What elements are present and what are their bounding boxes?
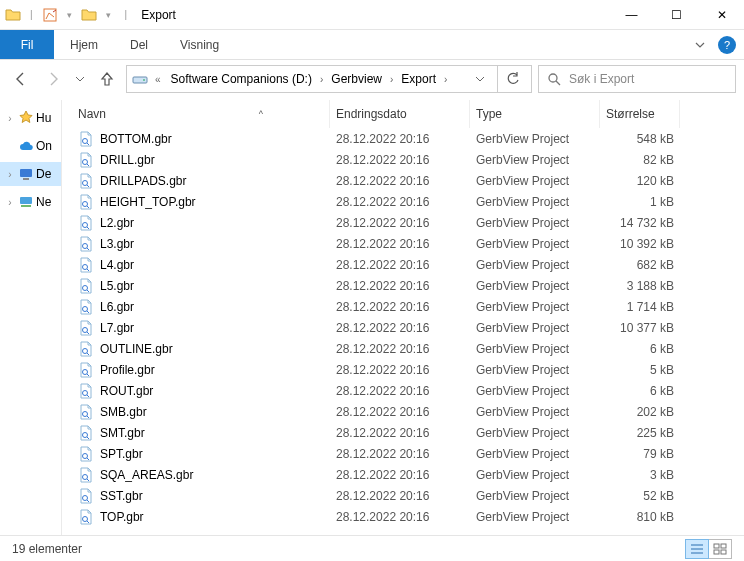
file-row[interactable]: HEIGHT_TOP.gbr28.12.2022 20:16GerbView P… bbox=[62, 191, 744, 212]
navigation-pane[interactable]: ›HuOn›De›Ne bbox=[0, 100, 62, 535]
file-type: GerbView Project bbox=[470, 489, 600, 503]
file-name: DRILL.gbr bbox=[100, 153, 155, 167]
file-icon bbox=[78, 446, 94, 462]
chevron-right-icon[interactable]: › bbox=[440, 74, 451, 85]
nav-item[interactable]: ›Ne bbox=[0, 190, 61, 214]
file-type: GerbView Project bbox=[470, 300, 600, 314]
column-header-type[interactable]: Type bbox=[470, 100, 600, 128]
file-name: SMT.gbr bbox=[100, 426, 145, 440]
maximize-button[interactable]: ☐ bbox=[654, 0, 699, 30]
svg-point-2 bbox=[143, 79, 145, 81]
qat-dropdown-2[interactable]: ▾ bbox=[100, 10, 117, 20]
breadcrumb[interactable]: Export bbox=[397, 72, 440, 86]
svg-rect-53 bbox=[721, 550, 726, 554]
file-icon bbox=[78, 467, 94, 483]
column-headers: Navn ^ Endringsdato Type Størrelse bbox=[62, 100, 744, 128]
properties-icon[interactable] bbox=[41, 6, 59, 24]
thumbnails-view-button[interactable] bbox=[708, 539, 732, 559]
file-row[interactable]: SMB.gbr28.12.2022 20:16GerbView Project2… bbox=[62, 401, 744, 422]
file-date: 28.12.2022 20:16 bbox=[330, 384, 470, 398]
back-button[interactable] bbox=[8, 66, 34, 92]
tab-del[interactable]: Del bbox=[114, 30, 164, 59]
nav-item[interactable]: On bbox=[0, 134, 61, 158]
file-type: GerbView Project bbox=[470, 321, 600, 335]
file-name: OUTLINE.gbr bbox=[100, 342, 173, 356]
details-view-button[interactable] bbox=[685, 539, 709, 559]
expand-caret-icon[interactable]: › bbox=[4, 113, 16, 124]
search-input[interactable] bbox=[569, 72, 727, 86]
file-row[interactable]: SST.gbr28.12.2022 20:16GerbView Project5… bbox=[62, 485, 744, 506]
file-row[interactable]: Profile.gbr28.12.2022 20:16GerbView Proj… bbox=[62, 359, 744, 380]
file-row[interactable]: L2.gbr28.12.2022 20:16GerbView Project14… bbox=[62, 212, 744, 233]
forward-button[interactable] bbox=[40, 66, 66, 92]
nav-item-icon bbox=[18, 138, 34, 154]
column-name-label: Navn bbox=[78, 107, 106, 121]
file-date: 28.12.2022 20:16 bbox=[330, 300, 470, 314]
column-header-size[interactable]: Størrelse bbox=[600, 100, 680, 128]
content-area: ›HuOn›De›Ne Navn ^ Endringsdato Type Stø… bbox=[0, 100, 744, 535]
file-date: 28.12.2022 20:16 bbox=[330, 489, 470, 503]
column-header-date[interactable]: Endringsdato bbox=[330, 100, 470, 128]
file-date: 28.12.2022 20:16 bbox=[330, 342, 470, 356]
breadcrumb-overflow[interactable]: « bbox=[151, 74, 165, 85]
ribbon: Fil HjemDelVisning ? bbox=[0, 30, 744, 60]
file-row[interactable]: L4.gbr28.12.2022 20:16GerbView Project68… bbox=[62, 254, 744, 275]
svg-rect-8 bbox=[21, 205, 31, 207]
tab-file[interactable]: Fil bbox=[0, 30, 54, 59]
chevron-right-icon[interactable]: › bbox=[386, 74, 397, 85]
svg-rect-7 bbox=[20, 197, 32, 204]
search-box[interactable] bbox=[538, 65, 736, 93]
file-list[interactable]: Navn ^ Endringsdato Type Størrelse BOTTO… bbox=[62, 100, 744, 535]
file-row[interactable]: DRILLPADS.gbr28.12.2022 20:16GerbView Pr… bbox=[62, 170, 744, 191]
file-row[interactable]: OUTLINE.gbr28.12.2022 20:16GerbView Proj… bbox=[62, 338, 744, 359]
nav-item-label: Hu bbox=[36, 111, 51, 125]
address-dropdown[interactable] bbox=[465, 74, 495, 84]
close-button[interactable]: ✕ bbox=[699, 0, 744, 30]
tab-visning[interactable]: Visning bbox=[164, 30, 235, 59]
file-row[interactable]: SMT.gbr28.12.2022 20:16GerbView Project2… bbox=[62, 422, 744, 443]
status-bar: 19 elementer bbox=[0, 535, 744, 561]
minimize-button[interactable]: — bbox=[609, 0, 654, 30]
file-row[interactable]: L6.gbr28.12.2022 20:16GerbView Project1 … bbox=[62, 296, 744, 317]
file-size: 52 kB bbox=[600, 489, 680, 503]
file-row[interactable]: BOTTOM.gbr28.12.2022 20:16GerbView Proje… bbox=[62, 128, 744, 149]
file-row[interactable]: L7.gbr28.12.2022 20:16GerbView Project10… bbox=[62, 317, 744, 338]
refresh-button[interactable] bbox=[497, 66, 527, 92]
file-name: L4.gbr bbox=[100, 258, 134, 272]
file-row[interactable]: SPT.gbr28.12.2022 20:16GerbView Project7… bbox=[62, 443, 744, 464]
file-type: GerbView Project bbox=[470, 153, 600, 167]
help-button[interactable]: ? bbox=[718, 36, 736, 54]
drive-icon bbox=[131, 71, 149, 87]
tab-hjem[interactable]: Hjem bbox=[54, 30, 114, 59]
chevron-right-icon[interactable]: › bbox=[316, 74, 327, 85]
file-date: 28.12.2022 20:16 bbox=[330, 132, 470, 146]
file-row[interactable]: L5.gbr28.12.2022 20:16GerbView Project3 … bbox=[62, 275, 744, 296]
file-size: 6 kB bbox=[600, 384, 680, 398]
file-type: GerbView Project bbox=[470, 279, 600, 293]
up-button[interactable] bbox=[94, 66, 120, 92]
breadcrumb[interactable]: Software Companions (D:) bbox=[167, 72, 316, 86]
file-name: SMB.gbr bbox=[100, 405, 147, 419]
file-name: SQA_AREAS.gbr bbox=[100, 468, 193, 482]
nav-item-label: On bbox=[36, 139, 52, 153]
breadcrumb[interactable]: Gerbview bbox=[327, 72, 386, 86]
recent-locations-button[interactable] bbox=[72, 66, 88, 92]
file-type: GerbView Project bbox=[470, 447, 600, 461]
file-size: 202 kB bbox=[600, 405, 680, 419]
address-bar[interactable]: « Software Companions (D:)›Gerbview›Expo… bbox=[126, 65, 532, 93]
file-row[interactable]: DRILL.gbr28.12.2022 20:16GerbView Projec… bbox=[62, 149, 744, 170]
column-header-name[interactable]: Navn ^ bbox=[72, 100, 330, 128]
file-type: GerbView Project bbox=[470, 363, 600, 377]
nav-item[interactable]: ›De bbox=[0, 162, 61, 186]
expand-caret-icon[interactable]: › bbox=[4, 197, 16, 208]
file-type: GerbView Project bbox=[470, 258, 600, 272]
qat-dropdown[interactable]: ▾ bbox=[61, 10, 78, 20]
file-row[interactable]: ROUT.gbr28.12.2022 20:16GerbView Project… bbox=[62, 380, 744, 401]
file-row[interactable]: L3.gbr28.12.2022 20:16GerbView Project10… bbox=[62, 233, 744, 254]
file-row[interactable]: SQA_AREAS.gbr28.12.2022 20:16GerbView Pr… bbox=[62, 464, 744, 485]
nav-item[interactable]: ›Hu bbox=[0, 106, 61, 130]
file-row[interactable]: TOP.gbr28.12.2022 20:16GerbView Project8… bbox=[62, 506, 744, 527]
nav-item-label: De bbox=[36, 167, 51, 181]
expand-caret-icon[interactable]: › bbox=[4, 169, 16, 180]
ribbon-expand-icon[interactable] bbox=[686, 30, 714, 59]
